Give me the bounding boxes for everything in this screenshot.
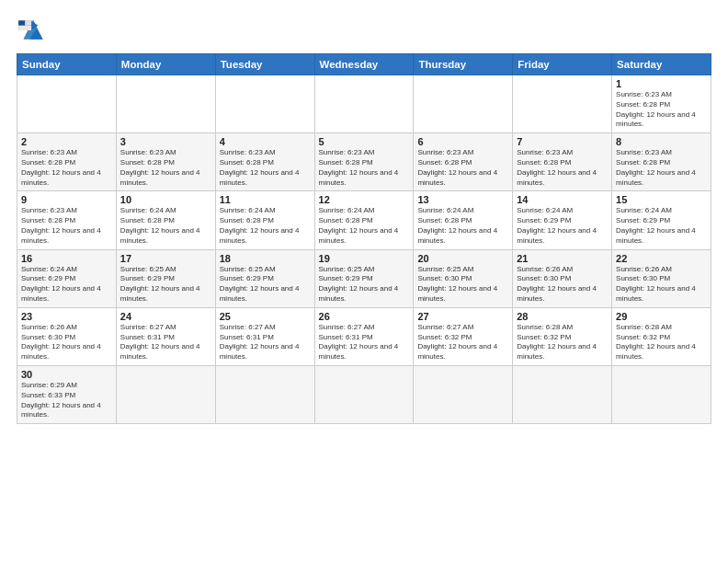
calendar-table: SundayMondayTuesdayWednesdayThursdayFrid… [17, 53, 711, 424]
day-number: 2 [21, 136, 112, 147]
day-info: Sunrise: 6:27 AMSunset: 6:31 PMDaylight:… [120, 323, 211, 362]
day-number: 15 [616, 194, 707, 205]
day-number: 6 [417, 136, 508, 147]
calendar-cell: 5Sunrise: 6:23 AMSunset: 6:28 PMDaylight… [314, 133, 414, 191]
day-info: Sunrise: 6:24 AMSunset: 6:28 PMDaylight:… [220, 206, 311, 246]
day-info: Sunrise: 6:24 AMSunset: 6:29 PMDaylight:… [21, 265, 112, 304]
calendar-cell [215, 365, 314, 423]
day-info: Sunrise: 6:27 AMSunset: 6:31 PMDaylight:… [220, 323, 311, 362]
day-number: 29 [616, 311, 707, 322]
calendar-cell [314, 365, 414, 423]
day-number: 20 [417, 253, 508, 264]
calendar-cell: 28Sunrise: 6:28 AMSunset: 6:32 PMDayligh… [513, 307, 612, 365]
day-info: Sunrise: 6:26 AMSunset: 6:30 PMDaylight:… [616, 265, 707, 304]
day-number: 8 [616, 136, 707, 147]
calendar-cell: 19Sunrise: 6:25 AMSunset: 6:29 PMDayligh… [314, 249, 414, 307]
calendar-cell: 22Sunrise: 6:26 AMSunset: 6:30 PMDayligh… [612, 249, 711, 307]
calendar-cell [414, 75, 513, 133]
col-header-monday: Monday [116, 54, 215, 75]
day-number: 30 [21, 369, 112, 380]
calendar-cell: 25Sunrise: 6:27 AMSunset: 6:31 PMDayligh… [215, 307, 314, 365]
day-number: 11 [220, 194, 311, 205]
col-header-friday: Friday [513, 54, 612, 75]
day-number: 5 [319, 136, 410, 147]
day-info: Sunrise: 6:23 AMSunset: 6:28 PMDaylight:… [417, 148, 508, 188]
calendar-cell: 18Sunrise: 6:25 AMSunset: 6:29 PMDayligh… [215, 249, 314, 307]
day-info: Sunrise: 6:26 AMSunset: 6:30 PMDaylight:… [517, 265, 608, 304]
calendar-cell: 15Sunrise: 6:24 AMSunset: 6:29 PMDayligh… [612, 191, 711, 249]
calendar-cell: 30Sunrise: 6:29 AMSunset: 6:33 PMDayligh… [17, 365, 117, 423]
page: SundayMondayTuesdayWednesdayThursdayFrid… [0, 0, 728, 563]
day-number: 4 [220, 136, 311, 147]
day-number: 25 [220, 311, 311, 322]
calendar-week-3: 9Sunrise: 6:23 AMSunset: 6:28 PMDaylight… [17, 191, 711, 249]
col-header-tuesday: Tuesday [215, 54, 314, 75]
day-number: 17 [120, 253, 211, 264]
day-info: Sunrise: 6:23 AMSunset: 6:28 PMDaylight:… [21, 148, 112, 188]
day-info: Sunrise: 6:28 AMSunset: 6:32 PMDaylight:… [616, 323, 707, 362]
calendar-cell: 23Sunrise: 6:26 AMSunset: 6:30 PMDayligh… [17, 307, 117, 365]
calendar-cell: 12Sunrise: 6:24 AMSunset: 6:28 PMDayligh… [314, 191, 414, 249]
calendar-cell [513, 75, 612, 133]
day-info: Sunrise: 6:27 AMSunset: 6:32 PMDaylight:… [417, 323, 508, 362]
day-number: 12 [319, 194, 410, 205]
calendar-cell [116, 75, 215, 133]
svg-rect-6 [18, 26, 31, 30]
calendar-week-2: 2Sunrise: 6:23 AMSunset: 6:28 PMDaylight… [17, 133, 711, 191]
day-info: Sunrise: 6:26 AMSunset: 6:30 PMDaylight:… [21, 323, 112, 362]
calendar-cell: 26Sunrise: 6:27 AMSunset: 6:31 PMDayligh… [314, 307, 414, 365]
calendar-cell: 16Sunrise: 6:24 AMSunset: 6:29 PMDayligh… [17, 249, 117, 307]
calendar-cell: 14Sunrise: 6:24 AMSunset: 6:29 PMDayligh… [513, 191, 612, 249]
calendar-week-6: 30Sunrise: 6:29 AMSunset: 6:33 PMDayligh… [17, 365, 711, 423]
day-info: Sunrise: 6:25 AMSunset: 6:29 PMDaylight:… [220, 265, 311, 304]
day-info: Sunrise: 6:24 AMSunset: 6:29 PMDaylight:… [616, 206, 707, 246]
day-number: 19 [319, 253, 410, 264]
day-info: Sunrise: 6:25 AMSunset: 6:29 PMDaylight:… [120, 265, 211, 304]
calendar-cell [414, 365, 513, 423]
day-info: Sunrise: 6:23 AMSunset: 6:28 PMDaylight:… [220, 148, 311, 188]
calendar-cell: 1Sunrise: 6:23 AMSunset: 6:28 PMDaylight… [612, 75, 711, 133]
col-header-wednesday: Wednesday [314, 54, 414, 75]
calendar-cell: 21Sunrise: 6:26 AMSunset: 6:30 PMDayligh… [513, 249, 612, 307]
calendar-cell: 7Sunrise: 6:23 AMSunset: 6:28 PMDaylight… [513, 133, 612, 191]
calendar-cell [116, 365, 215, 423]
day-info: Sunrise: 6:24 AMSunset: 6:28 PMDaylight:… [319, 206, 410, 246]
col-header-sunday: Sunday [17, 54, 117, 75]
calendar-header-row: SundayMondayTuesdayWednesdayThursdayFrid… [17, 54, 711, 75]
day-info: Sunrise: 6:23 AMSunset: 6:28 PMDaylight:… [517, 148, 608, 188]
svg-rect-4 [18, 20, 25, 25]
day-info: Sunrise: 6:28 AMSunset: 6:32 PMDaylight:… [517, 323, 608, 362]
calendar-cell [612, 365, 711, 423]
calendar-cell [513, 365, 612, 423]
day-number: 7 [517, 136, 608, 147]
day-info: Sunrise: 6:23 AMSunset: 6:28 PMDaylight:… [319, 148, 410, 188]
day-info: Sunrise: 6:23 AMSunset: 6:28 PMDaylight:… [120, 148, 211, 188]
generalblue-logo-icon [17, 17, 50, 44]
calendar-cell [215, 75, 314, 133]
calendar-cell: 9Sunrise: 6:23 AMSunset: 6:28 PMDaylight… [17, 191, 117, 249]
day-info: Sunrise: 6:27 AMSunset: 6:31 PMDaylight:… [319, 323, 410, 362]
day-info: Sunrise: 6:25 AMSunset: 6:29 PMDaylight:… [319, 265, 410, 304]
header [17, 17, 711, 44]
col-header-saturday: Saturday [612, 54, 711, 75]
day-number: 21 [517, 253, 608, 264]
calendar-cell: 17Sunrise: 6:25 AMSunset: 6:29 PMDayligh… [116, 249, 215, 307]
day-info: Sunrise: 6:23 AMSunset: 6:28 PMDaylight:… [616, 90, 707, 130]
day-number: 22 [616, 253, 707, 264]
day-number: 27 [417, 311, 508, 322]
day-info: Sunrise: 6:24 AMSunset: 6:29 PMDaylight:… [517, 206, 608, 246]
calendar-cell: 29Sunrise: 6:28 AMSunset: 6:32 PMDayligh… [612, 307, 711, 365]
calendar-cell: 4Sunrise: 6:23 AMSunset: 6:28 PMDaylight… [215, 133, 314, 191]
calendar-cell: 3Sunrise: 6:23 AMSunset: 6:28 PMDaylight… [116, 133, 215, 191]
day-info: Sunrise: 6:23 AMSunset: 6:28 PMDaylight:… [21, 206, 112, 246]
calendar-cell: 13Sunrise: 6:24 AMSunset: 6:28 PMDayligh… [414, 191, 513, 249]
day-number: 14 [517, 194, 608, 205]
logo [17, 17, 53, 44]
day-number: 3 [120, 136, 211, 147]
day-number: 13 [417, 194, 508, 205]
calendar-cell: 11Sunrise: 6:24 AMSunset: 6:28 PMDayligh… [215, 191, 314, 249]
calendar-cell: 8Sunrise: 6:23 AMSunset: 6:28 PMDaylight… [612, 133, 711, 191]
day-info: Sunrise: 6:23 AMSunset: 6:28 PMDaylight:… [616, 148, 707, 188]
day-number: 10 [120, 194, 211, 205]
day-number: 23 [21, 311, 112, 322]
